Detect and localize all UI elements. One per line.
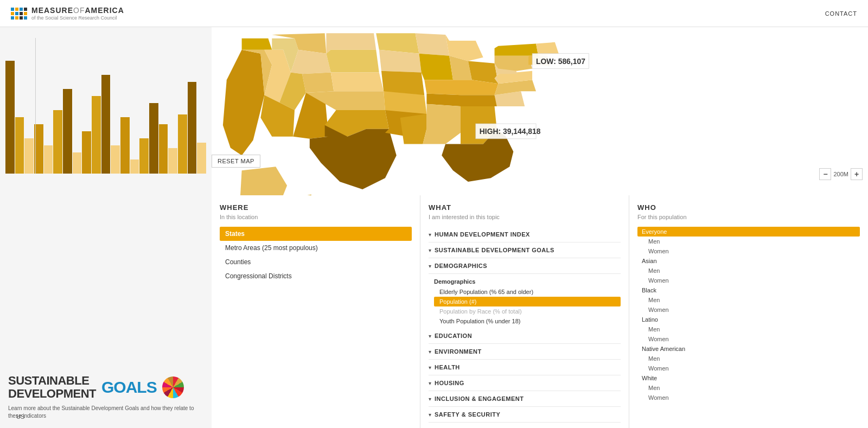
state-tennessee[interactable] — [426, 93, 498, 106]
histogram-bar — [168, 148, 177, 174]
chevron-icon: ▾ — [429, 412, 431, 418]
histogram-bar — [159, 124, 168, 174]
logo-grid — [11, 8, 27, 20]
chevron-icon: ▾ — [429, 380, 431, 386]
who-item[interactable]: Women — [637, 393, 860, 403]
state-colorado[interactable] — [302, 72, 334, 93]
where-item[interactable]: Metro Areas (25 most populous) — [220, 241, 412, 255]
where-item[interactable]: States — [220, 227, 412, 241]
state-california[interactable] — [223, 50, 264, 156]
category-label: HEALTH — [435, 364, 460, 370]
subcategory-item[interactable]: Youth Population (% under 18) — [434, 316, 621, 326]
state-mississippi[interactable] — [400, 114, 427, 144]
state-south-dakota[interactable] — [326, 50, 379, 73]
state-illinois[interactable] — [419, 54, 453, 80]
histogram-bar — [24, 138, 34, 174]
category-label: ENVIRONMENT — [435, 348, 482, 355]
logo-dot — [15, 8, 18, 11]
state-wisconsin[interactable] — [416, 33, 450, 56]
chevron-icon: ▾ — [429, 396, 431, 402]
subcategory-item[interactable]: Population (#) — [434, 297, 621, 306]
what-category-header[interactable]: ▾SAFETY & SECURITY — [429, 407, 621, 423]
who-item[interactable]: Men — [637, 354, 860, 363]
zoom-in-button[interactable]: + — [851, 168, 863, 180]
histogram-bar — [63, 89, 72, 174]
map-area[interactable]: LOW: 586,107 HIGH: 39,144,818 — [212, 27, 868, 195]
what-category-header[interactable]: ▾HOUSING — [429, 375, 621, 391]
histogram-bar — [149, 103, 158, 174]
logo-dot — [24, 16, 27, 20]
who-item[interactable]: Men — [637, 237, 860, 246]
category-label: INCLUSION & ENGAGEMENT — [435, 395, 524, 402]
state-pennsylvania[interactable] — [495, 56, 533, 71]
who-item[interactable]: Women — [637, 363, 860, 373]
who-item[interactable]: Everyone — [637, 227, 860, 237]
chevron-icon: ▾ — [429, 333, 431, 339]
category-label: HOUSING — [435, 380, 464, 386]
who-item[interactable]: Men — [637, 324, 860, 334]
where-item[interactable]: Counties — [220, 255, 412, 269]
who-item[interactable]: Women — [637, 334, 860, 344]
header: MEASUREOFAMERICA of the Social Science R… — [0, 0, 868, 27]
state-alaska[interactable] — [240, 167, 287, 195]
histogram-bar — [130, 159, 139, 174]
logo-dot — [24, 8, 27, 11]
sdg-text-block: SUSTAINABLE DEVELOPMENT — [8, 374, 96, 400]
reset-map-button[interactable]: RESET MAP — [212, 155, 260, 168]
who-item[interactable]: Native American — [637, 344, 860, 354]
what-category-header[interactable]: ▾ENVIRONMENT — [429, 344, 621, 360]
state-kentucky[interactable] — [424, 80, 498, 95]
where-items-list: StatesMetro Areas (25 most populous)Coun… — [220, 227, 412, 283]
what-category-header[interactable]: ▾HUMAN DEVELOPMENT INDEX — [429, 227, 621, 242]
histogram-bar — [44, 145, 53, 174]
subcategory-title: Demographics — [434, 278, 621, 285]
who-item[interactable]: Asian — [637, 256, 860, 266]
sdg-title-line1: SUSTAINABLE DEVELOPMENT — [8, 374, 96, 400]
sdg-area: SUSTAINABLE DEVELOPMENT GOALS Learn more… — [0, 366, 212, 428]
who-item[interactable]: Women — [637, 276, 860, 285]
category-label: HUMAN DEVELOPMENT INDEX — [435, 231, 530, 238]
sdg-description: Learn more about the Sustainable Develop… — [8, 405, 203, 420]
state-new-york[interactable] — [495, 44, 539, 56]
state-alabama[interactable] — [423, 104, 461, 144]
logo-dot — [20, 8, 23, 11]
sdg-circle-icon — [162, 376, 184, 398]
chevron-icon: ▾ — [429, 232, 431, 238]
what-title: WHAT — [429, 203, 621, 212]
what-category-header[interactable]: ▾EDUCATION — [429, 328, 621, 344]
zoom-out-button[interactable]: − — [819, 168, 831, 180]
who-item[interactable]: Latino — [637, 315, 860, 324]
who-item[interactable]: Women — [637, 246, 860, 256]
what-category-header[interactable]: ▾SUSTAINABLE DEVELOPMENT GOALS — [429, 242, 621, 258]
svg-text:LOW: 586,107: LOW: 586,107 — [536, 57, 585, 66]
where-subtitle: In this location — [220, 214, 412, 220]
where-panel: WHERE In this location StatesMetro Areas… — [212, 195, 420, 428]
logo-dot — [11, 12, 14, 15]
histogram-bar — [111, 145, 120, 174]
subcategory-item[interactable]: Population by Race (% of total) — [434, 306, 621, 316]
contact-button[interactable]: CONTACT — [825, 10, 857, 17]
who-item[interactable]: White — [637, 373, 860, 383]
logo-dot — [11, 8, 14, 11]
who-item[interactable]: Men — [637, 266, 860, 276]
where-item[interactable]: Congressional Districts — [220, 269, 412, 283]
us-map-svg[interactable]: LOW: 586,107 HIGH: 39,144,818 — [212, 27, 868, 195]
what-category-header[interactable]: ▾INCLUSION & ENGAGEMENT — [429, 391, 621, 407]
state-nebraska[interactable] — [331, 72, 384, 91]
logo-dot — [11, 16, 14, 20]
who-item[interactable]: Black — [637, 285, 860, 295]
what-category-header[interactable]: ▾HEALTH — [429, 360, 621, 375]
who-item[interactable]: Men — [637, 383, 860, 393]
who-item[interactable]: Women — [637, 305, 860, 315]
who-item[interactable]: Men — [637, 295, 860, 305]
histogram-bar — [92, 96, 101, 174]
state-washington[interactable] — [242, 39, 272, 50]
subcategory-item[interactable]: Elderly Population (% 65 and older) — [434, 287, 621, 297]
who-items-list: EveryoneMenWomenAsianMenWomenBlackMenWom… — [637, 227, 860, 403]
what-category-header[interactable]: ▾DEMOGRAPHICS — [429, 258, 621, 274]
who-panel: WHO For this population EveryoneMenWomen… — [629, 195, 868, 428]
logo-dot — [20, 16, 23, 20]
category-label: EDUCATION — [435, 333, 472, 339]
state-iowa[interactable] — [379, 50, 422, 73]
what-category-header[interactable]: ▾WORK, WEALTH & POVERTY — [429, 423, 621, 428]
